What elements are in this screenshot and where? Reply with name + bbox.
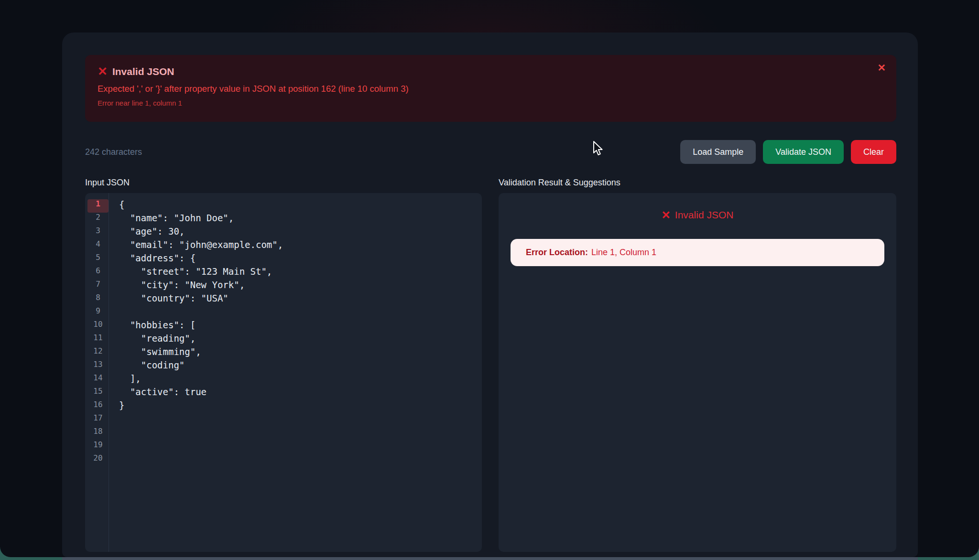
code-line: "swimming", (119, 346, 283, 360)
app-stage: ✕ ✕ Invalid JSON Expected ',' or '}' aft… (0, 0, 979, 560)
line-number: 4 (87, 239, 109, 253)
error-location-box: Error Location: Line 1, Column 1 (511, 239, 884, 266)
validation-result-label: Validation Result & Suggestions (499, 178, 896, 188)
clear-button[interactable]: Clear (851, 140, 896, 164)
code-line: ], (119, 373, 283, 387)
line-number-gutter: 1234567891011121314151617181920 (85, 193, 109, 552)
json-validator-card: ✕ ✕ Invalid JSON Expected ',' or '}' aft… (62, 32, 918, 557)
code-line: "city": "New York", (119, 280, 283, 293)
validation-result-panel: ✕ Invalid JSON Error Location: Line 1, C… (499, 193, 896, 552)
code-line: "age": 30, (119, 226, 283, 239)
line-number: 19 (87, 440, 109, 453)
validation-status-row: ✕ Invalid JSON (499, 209, 896, 221)
line-number: 9 (87, 306, 109, 320)
toolbar: 242 characters Load Sample Validate JSON… (85, 140, 896, 164)
line-number: 12 (87, 346, 109, 360)
line-number: 2 (87, 213, 109, 226)
error-banner-detail: Error near line 1, column 1 (98, 99, 868, 107)
toolbar-buttons: Load Sample Validate JSON Clear (680, 140, 896, 164)
validation-status-text: Invalid JSON (675, 209, 734, 221)
result-column: Validation Result & Suggestions ✕ Invali… (499, 178, 896, 552)
error-banner-message: Expected ',' or '}' after property value… (98, 84, 868, 94)
line-number: 15 (87, 387, 109, 400)
error-location-label: Error Location: (526, 248, 588, 258)
main-columns: Input JSON 12345678910111213141516171819… (85, 178, 896, 552)
below-fold-edge (62, 557, 918, 560)
line-number: 1 (87, 199, 109, 213)
code-lines: { "name": "John Doe", "age": 30, "email"… (109, 193, 283, 552)
line-number: 6 (87, 266, 109, 280)
error-banner-title-row: ✕ Invalid JSON (98, 65, 868, 77)
invalid-x-icon: ✕ (662, 210, 671, 221)
line-number: 3 (87, 226, 109, 239)
line-number: 5 (87, 253, 109, 266)
line-number: 18 (87, 427, 109, 440)
code-line (119, 453, 283, 467)
code-line (119, 306, 283, 320)
line-number: 16 (87, 400, 109, 413)
close-icon[interactable]: ✕ (877, 63, 886, 73)
line-number: 8 (87, 293, 109, 306)
line-number: 20 (87, 453, 109, 467)
json-input-editor[interactable]: 1234567891011121314151617181920 { "name"… (85, 193, 482, 552)
code-line: "name": "John Doe", (119, 213, 283, 226)
code-line: { (119, 199, 283, 213)
code-line: "active": true (119, 387, 283, 400)
line-number: 10 (87, 320, 109, 333)
error-banner-title: Invalid JSON (112, 66, 174, 77)
code-line: } (119, 400, 283, 413)
code-line: "address": { (119, 253, 283, 266)
load-sample-button[interactable]: Load Sample (680, 140, 756, 164)
line-number: 7 (87, 280, 109, 293)
line-number: 11 (87, 333, 109, 346)
mouse-cursor (592, 140, 605, 157)
code-line (119, 413, 283, 427)
line-number: 17 (87, 413, 109, 427)
code-line: "reading", (119, 333, 283, 346)
code-line (119, 440, 283, 453)
input-column: Input JSON 12345678910111213141516171819… (85, 178, 482, 552)
validate-json-button[interactable]: Validate JSON (763, 140, 844, 164)
error-location-value: Line 1, Column 1 (591, 248, 656, 258)
code-line: "hobbies": [ (119, 320, 283, 333)
code-line: "street": "123 Main St", (119, 266, 283, 280)
character-count: 242 characters (85, 147, 142, 157)
input-json-label: Input JSON (85, 178, 482, 188)
line-number: 14 (87, 373, 109, 387)
error-banner: ✕ ✕ Invalid JSON Expected ',' or '}' aft… (85, 55, 896, 122)
line-number: 13 (87, 360, 109, 373)
code-line: "email": "john@example.com", (119, 239, 283, 253)
code-line (119, 427, 283, 440)
code-line: "coding" (119, 360, 283, 373)
code-line: "country": "USA" (119, 293, 283, 306)
error-x-icon: ✕ (98, 65, 108, 77)
